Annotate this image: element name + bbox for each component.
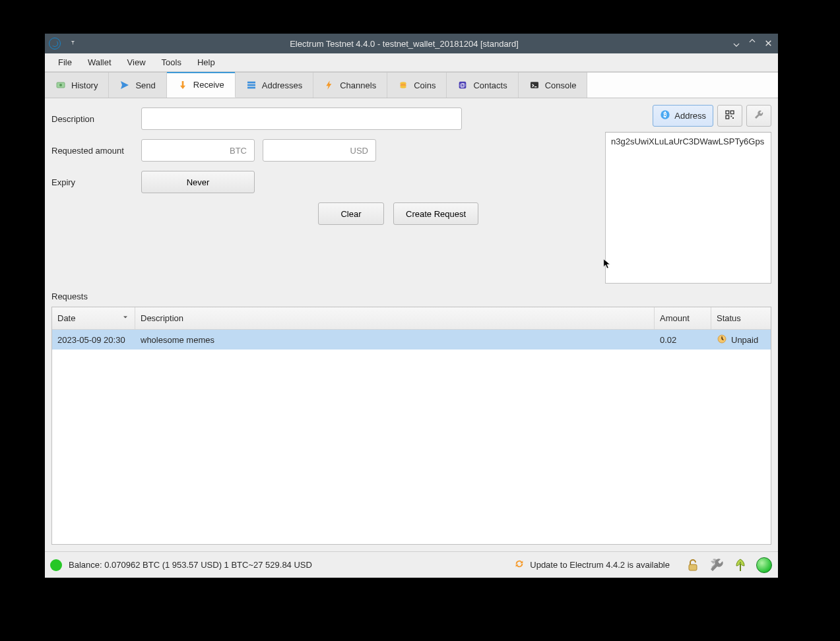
clear-button[interactable]: Clear (318, 202, 384, 225)
cell-description: wholesome memes (135, 335, 655, 345)
amount-usd-input[interactable] (263, 139, 376, 162)
history-icon (55, 80, 66, 90)
qr-icon (725, 109, 735, 122)
contacts-icon: @ (457, 80, 468, 90)
menubar: File Wallet View Tools Help (45, 53, 778, 72)
column-status[interactable]: Status (711, 307, 771, 329)
receive-icon (178, 80, 188, 90)
address-button[interactable]: ₿ Address (653, 105, 713, 127)
clock-icon (717, 334, 727, 346)
channels-icon (324, 80, 335, 90)
coins-icon (398, 80, 408, 90)
tab-label: Console (545, 80, 577, 90)
svg-rect-17 (732, 117, 734, 119)
tab-label: Addresses (262, 80, 302, 90)
balance-text: Balance: 0.070962 BTC (1 953.57 USD) 1 B… (69, 560, 312, 570)
svg-rect-14 (730, 111, 734, 114)
tab-send[interactable]: Send (109, 73, 166, 98)
svg-point-1 (59, 84, 62, 86)
menu-tools[interactable]: Tools (154, 53, 189, 71)
window-title: Electrum Testnet 4.4.0 - testnet_wallet_… (78, 39, 730, 49)
requests-table: Date Description Amount Status 2023-05-0… (51, 307, 771, 545)
window-controls (730, 38, 774, 49)
address-display-area: ₿ Address n3g2sUwiXLuLaUrC3DWawLSPTy6Gps (605, 105, 771, 284)
lock-icon[interactable] (684, 557, 701, 574)
create-request-button[interactable]: Create Request (393, 202, 478, 225)
maximize-button[interactable] (746, 38, 758, 49)
tab-contacts[interactable]: @ Contacts (447, 73, 518, 98)
tabbar-filler (587, 73, 778, 98)
cell-amount: 0.02 (655, 335, 711, 345)
titlebar: Electrum Testnet 4.4.0 - testnet_wallet_… (45, 34, 778, 53)
column-description[interactable]: Description (135, 307, 655, 329)
status-dot-icon (50, 559, 62, 571)
svg-rect-2 (247, 82, 255, 84)
menu-view[interactable]: View (119, 53, 154, 71)
bitcoin-icon: ₿ (660, 109, 670, 122)
menu-file[interactable]: File (50, 53, 80, 71)
svg-rect-13 (726, 111, 729, 114)
svg-point-7 (400, 86, 406, 88)
tab-label: Send (135, 80, 155, 90)
tabbar: History Send Receive Addresses Channels … (45, 72, 778, 98)
svg-text:₿: ₿ (663, 111, 666, 118)
svg-rect-3 (247, 84, 255, 86)
amount-btc-input[interactable] (141, 139, 255, 162)
tab-history[interactable]: History (45, 73, 109, 98)
svg-rect-16 (730, 115, 732, 117)
description-input[interactable] (141, 107, 462, 130)
expiry-label: Expiry (51, 177, 141, 187)
requested-amount-label: Requested amount (51, 146, 141, 156)
update-notice[interactable]: Update to Electrum 4.4.2 is available (514, 559, 670, 571)
svg-text:@: @ (460, 82, 465, 88)
svg-rect-19 (689, 565, 697, 570)
expiry-dropdown[interactable]: Never (141, 171, 255, 193)
address-textbox[interactable]: n3g2sUwiXLuLaUrC3DWawLSPTy6Gps (605, 132, 771, 284)
table-header: Date Description Amount Status (52, 307, 771, 330)
menu-wallet[interactable]: Wallet (80, 53, 119, 71)
tab-coins[interactable]: Coins (387, 73, 447, 98)
app-icon (49, 38, 61, 49)
tab-label: Channels (340, 80, 376, 90)
tab-label: Coins (414, 80, 436, 90)
minimize-button[interactable] (730, 38, 742, 49)
receive-panel: Description Requested amount BTC USD (45, 98, 778, 551)
tab-label: History (71, 80, 98, 90)
cell-status-text: Unpaid (731, 335, 758, 345)
svg-rect-15 (726, 115, 729, 119)
console-icon (529, 80, 540, 90)
menu-help[interactable]: Help (189, 53, 223, 71)
cell-status: Unpaid (711, 334, 771, 346)
description-label: Description (51, 114, 141, 124)
statusbar: Balance: 0.070962 BTC (1 953.57 USD) 1 B… (45, 551, 778, 578)
column-amount[interactable]: Amount (655, 307, 711, 329)
tab-label: Receive (193, 80, 224, 90)
receive-form: Description Requested amount BTC USD (51, 105, 597, 284)
network-status-icon[interactable] (756, 557, 773, 574)
preferences-icon[interactable] (708, 557, 725, 574)
tab-console[interactable]: Console (519, 73, 588, 98)
send-icon (119, 80, 130, 90)
tab-addresses[interactable]: Addresses (236, 73, 313, 98)
chevron-down-icon (121, 313, 129, 323)
svg-rect-4 (247, 87, 255, 89)
qr-button[interactable] (717, 105, 742, 127)
column-date[interactable]: Date (52, 307, 135, 329)
update-text: Update to Electrum 4.4.2 is available (530, 560, 670, 570)
pin-icon[interactable] (66, 39, 78, 49)
table-row[interactable]: 2023-05-09 20:30 wholesome memes 0.02 Un… (52, 330, 771, 350)
tab-label: Contacts (473, 80, 507, 90)
tab-channels[interactable]: Channels (313, 73, 387, 98)
address-button-label: Address (674, 111, 706, 121)
app-window: Electrum Testnet 4.4.0 - testnet_wallet_… (45, 34, 778, 578)
addresses-icon (246, 80, 257, 90)
cell-date: 2023-05-09 20:30 (52, 335, 135, 345)
close-button[interactable] (762, 38, 774, 49)
refresh-icon (514, 559, 525, 571)
seed-icon[interactable] (732, 557, 749, 574)
wrench-icon (754, 109, 764, 122)
tab-receive[interactable]: Receive (167, 73, 236, 98)
tools-button[interactable] (746, 105, 771, 127)
requests-title: Requests (51, 291, 771, 301)
